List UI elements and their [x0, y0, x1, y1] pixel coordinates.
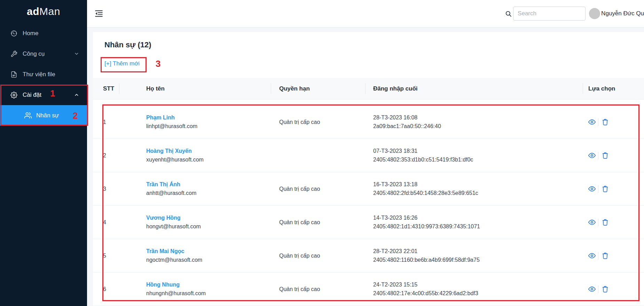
last-login-time: 16-T3-2023 13:18 [373, 181, 583, 188]
cell-actions [583, 219, 644, 226]
sidebar-item-cai-dat[interactable]: Cài đặt [0, 85, 87, 105]
cell-role: Quản trị cấp cao [271, 253, 365, 259]
page-title: Nhân sự (12) [104, 40, 644, 49]
cell-actions [583, 252, 644, 260]
column-header-last-login: Đăng nhập cuối [365, 78, 583, 99]
person-email: nhungnh@hurasoft.com [146, 290, 271, 297]
person-email: hongvt@hurasoft.com [146, 223, 271, 230]
add-new-button[interactable]: [+] Thêm mới [104, 60, 140, 67]
app-logo-bold: ad [27, 6, 39, 17]
trash-icon [602, 252, 609, 259]
chevron-up-icon [73, 92, 80, 97]
cell-name: Phạm Linh linhpt@hurasoft.com [119, 115, 271, 130]
last-login-ip: 2a09:bac1:7aa0:50::246:40 [373, 123, 583, 130]
search-icon[interactable] [505, 10, 512, 17]
topbar: Nguyễn Đức Qu [87, 0, 644, 28]
table-body: 1 Phạm Linh linhpt@hurasoft.com Quản trị… [93, 105, 644, 306]
table-header-spacer [93, 100, 644, 105]
person-name-link[interactable]: Phạm Linh [146, 115, 271, 121]
sidebar-item-thu-vien-file[interactable]: Thư viện file [0, 64, 87, 85]
delete-button[interactable] [602, 252, 609, 259]
sidebar-item-label: Home [23, 30, 38, 37]
delete-button[interactable] [602, 285, 609, 293]
last-login-ip: 2405:4802:2fd:b540:1458:28e3:5e89:651c [373, 190, 583, 196]
table-row: 6 Hồng Nhung nhungnh@hurasoft.com Quản t… [93, 273, 644, 306]
action-divider [598, 118, 598, 126]
eye-icon [588, 118, 596, 126]
trash-icon [602, 118, 609, 126]
cell-stt: 1 [93, 119, 119, 125]
cell-name: Hồng Nhung nhungnh@hurasoft.com [119, 282, 271, 297]
sidebar-item-label: Công cụ [23, 50, 45, 57]
person-name-link[interactable]: Trần Thị Ánh [146, 181, 271, 188]
view-button[interactable] [588, 118, 596, 126]
sidebar-item-nhan-su[interactable]: Nhân sự [0, 105, 87, 126]
view-button[interactable] [588, 185, 596, 193]
table-row: 2 Hoàng Thị Xuyến xuyenht@hurasoft.com 0… [93, 139, 644, 172]
sidebar-item-label: Cài đặt [23, 92, 41, 99]
table-row: 3 Trần Thị Ánh anhtt@hurasoft.com Quản t… [93, 172, 644, 206]
person-name-link[interactable]: Vương Hồng [146, 215, 271, 221]
column-header-stt: STT [93, 78, 119, 99]
cell-last-login: 28-T2-2023 22:01 2405:4802:1160:be6b:a4b… [365, 248, 583, 263]
person-name-link[interactable]: Hồng Nhung [146, 282, 271, 288]
last-login-time: 28-T2-2023 22:01 [373, 248, 583, 254]
sidebar-item-home[interactable]: Home [0, 23, 87, 44]
cell-role: Quản trị cấp cao [271, 186, 365, 192]
chevron-down-icon [73, 51, 80, 56]
cell-stt: 4 [93, 219, 119, 226]
outdent-icon[interactable] [94, 9, 103, 18]
eye-icon [588, 285, 596, 293]
person-email: ngoctm@hurasoft.com [146, 257, 271, 263]
person-name-link[interactable]: Trần Mai Ngọc [146, 248, 271, 254]
cell-role: Quản trị cấp cao [271, 119, 365, 125]
cell-role: Quản trị cấp cao [271, 286, 365, 292]
last-login-time: 28-T3-2023 16:08 [373, 115, 583, 121]
eye-icon [588, 219, 596, 226]
last-login-ip: 2405:4802:353:d1b0:c51:5419:f3b1:df0c [373, 157, 583, 163]
app-logo[interactable]: adMan [0, 0, 87, 23]
table-row: 4 Vương Hồng hongvt@hurasoft.com Quản tr… [93, 206, 644, 239]
view-button[interactable] [588, 219, 596, 226]
delete-button[interactable] [602, 219, 609, 226]
eye-icon [588, 252, 596, 259]
eye-icon [588, 152, 596, 159]
view-button[interactable] [588, 252, 596, 259]
delete-button[interactable] [602, 152, 609, 159]
action-divider [598, 152, 598, 159]
search-input[interactable] [513, 7, 586, 21]
table-row: 5 Trần Mai Ngọc ngoctm@hurasoft.com Quản… [93, 239, 644, 273]
table-header-row: STT Họ tên Quyền hạn Đăng nhập cuối Lựa … [93, 78, 644, 100]
avatar[interactable] [589, 8, 600, 19]
view-button[interactable] [588, 152, 596, 159]
cell-name: Vương Hồng hongvt@hurasoft.com [119, 215, 271, 230]
cell-actions [583, 185, 644, 193]
file-icon [10, 71, 17, 78]
main-panel: Nhân sự (12) [+] Thêm mới STT Họ tên Quy… [93, 32, 644, 306]
last-login-time: 14-T3-2023 16:26 [373, 215, 583, 221]
action-divider [598, 285, 598, 293]
column-header-name: Họ tên [119, 78, 271, 99]
last-login-ip: 2405:4802:1160:be6b:a4b9:699f:58df:9a75 [373, 257, 583, 263]
person-name-link[interactable]: Hoàng Thị Xuyến [146, 148, 271, 154]
last-login-ip: 2405:4802:1d1:4310:9973:6389:7435:1071 [373, 223, 583, 230]
cell-last-login: 28-T3-2023 16:08 2a09:bac1:7aa0:50::246:… [365, 115, 583, 130]
delete-button[interactable] [602, 185, 609, 193]
cell-last-login: 24-T2-2023 15:15 2405:4802:17e:4c00:d55b… [365, 282, 583, 297]
trash-icon [602, 285, 609, 293]
view-button[interactable] [588, 285, 596, 293]
column-header-role: Quyền hạn [271, 78, 365, 99]
eye-icon [588, 185, 596, 193]
app-logo-light: Man [39, 6, 60, 17]
sidebar-item-cong-cu[interactable]: Công cụ [0, 44, 87, 64]
cell-stt: 6 [93, 286, 119, 292]
table-row: 1 Phạm Linh linhpt@hurasoft.com Quản trị… [93, 105, 644, 139]
trash-icon [602, 185, 609, 193]
sidebar-item-label: Thư viện file [23, 71, 55, 78]
people-icon [24, 112, 32, 119]
cell-name: Hoàng Thị Xuyến xuyenht@hurasoft.com [119, 148, 271, 163]
cell-actions [583, 285, 644, 293]
cell-last-login: 14-T3-2023 16:26 2405:4802:1d1:4310:9973… [365, 215, 583, 230]
delete-button[interactable] [602, 118, 609, 126]
last-login-ip: 2405:4802:17e:4c00:d55b:4229:6ad2:bdf3 [373, 290, 583, 297]
